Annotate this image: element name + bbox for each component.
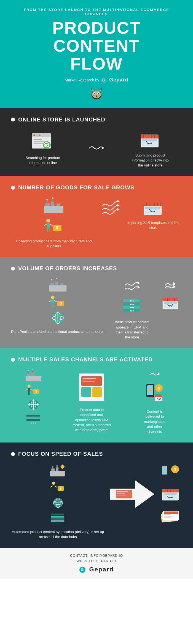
svg-rect-89: [54, 287, 56, 288]
section2-flow: $ Collecting product data from manufactu…: [11, 197, 182, 249]
mobile-marketplace-icon: $ $: [145, 383, 164, 405]
svg-text:$: $: [163, 468, 166, 472]
svg-point-53: [52, 197, 53, 199]
svg-rect-90: [60, 287, 62, 288]
svg-rect-24: [34, 139, 42, 140]
arrows-right-icon: [164, 278, 178, 292]
svg-text:$: $: [35, 390, 37, 393]
svg-point-16: [93, 96, 93, 96]
supplier-icon: $: [43, 217, 65, 234]
store-icon: [138, 129, 163, 150]
svg-marker-115: [173, 285, 176, 288]
section-speed-sales: FOCUS ON SPEED OF SALES: [0, 442, 193, 548]
channels2-icon: [160, 484, 182, 502]
svg-rect-56: [57, 207, 59, 209]
section5-left-text: Automated product content syndication (d…: [11, 529, 105, 539]
section4-left: $ ▲▲▲: [25, 369, 42, 427]
section-orders-increase: VOLUME OF ORDERS INCREASES: [0, 257, 193, 348]
section3-left-text: Data Pools are added as additional produ…: [11, 329, 104, 334]
svg-point-3: [92, 91, 101, 98]
section1-dot: [11, 118, 15, 121]
svg-rect-179: [56, 465, 57, 468]
svg-rect-48: [51, 202, 54, 206]
section3-center: ▶▶▶ ▶▶▶ ▶▶▶ ▶▶▶ Basic product content ap…: [107, 278, 157, 340]
svg-point-13: [98, 93, 99, 94]
svg-rect-177: [56, 467, 58, 471]
section5-left: $ ▲▲ Automated product content syndicati…: [11, 464, 105, 539]
section2-left-text: Collecting product data from manufacture…: [11, 239, 96, 249]
svg-text:$: $: [60, 301, 61, 306]
svg-rect-77: [145, 207, 160, 209]
header: FROM THE STORE LAUNCH TO THE MULTINATION…: [0, 0, 193, 108]
svg-rect-125: [164, 302, 177, 304]
svg-rect-135: [27, 377, 29, 378]
svg-point-15: [93, 95, 94, 96]
svg-point-12: [95, 93, 95, 94]
wavy-arrow4: [149, 369, 160, 380]
svg-rect-180: [52, 472, 53, 473]
svg-rect-159: [82, 380, 93, 380]
svg-rect-203: [117, 495, 126, 495]
svg-rect-195: [51, 516, 64, 518]
svg-rect-84: [51, 280, 52, 283]
pim-system-icon: [74, 369, 109, 405]
svg-text:$: $: [60, 487, 62, 490]
svg-point-91: [51, 296, 55, 299]
section4-center: Product data is enhanced and optimized i…: [72, 369, 111, 433]
store-submit-text: Submitting product information directly …: [130, 153, 171, 168]
svg-rect-158: [82, 378, 96, 379]
section2-right: Importing XLS templates into the store: [125, 197, 182, 230]
section4-right: $ $ Content is delivered to marketplaces…: [141, 369, 168, 434]
multi-arrow-icon: [101, 197, 120, 219]
svg-line-93: [49, 301, 51, 302]
svg-text:$: $: [158, 386, 160, 390]
svg-rect-58: [47, 223, 50, 228]
browser-search-icon: [30, 132, 55, 153]
hand-distribution-icon: [108, 464, 157, 524]
section3-flow: $ Data Pools are added as additional pro…: [11, 278, 182, 340]
svg-rect-217: [163, 493, 177, 495]
svg-point-52: [46, 199, 48, 200]
svg-rect-83: [60, 283, 63, 285]
section3-left: $ Data Pools are added as additional pro…: [11, 278, 104, 334]
supplier3-icon: $: [25, 383, 42, 396]
search-online-text: Searching for product information online: [22, 155, 63, 165]
svg-rect-157: [92, 387, 102, 397]
svg-line-94: [54, 301, 56, 302]
svg-rect-149: [26, 415, 40, 417]
section4-right-text: Content is delivered to marketplaces and…: [141, 409, 168, 434]
footer: CONTACT: INFO@GEPARD.IO WEBSITE: GEPARD.…: [0, 548, 193, 579]
svg-rect-178: [52, 466, 53, 469]
store2-icon: [160, 294, 182, 312]
svg-rect-194: [51, 514, 64, 516]
cheetah-icon: [88, 86, 105, 103]
svg-text:$: $: [149, 387, 152, 393]
svg-point-14: [96, 95, 97, 96]
svg-rect-130: [31, 372, 34, 376]
svg-point-136: [28, 385, 31, 388]
svg-line-184: [55, 486, 57, 487]
svg-point-181: [52, 482, 55, 485]
svg-point-170: [61, 465, 64, 468]
footer-contact: CONTACT: INFO@GEPARD.IO: [6, 554, 187, 558]
svg-rect-150: [26, 417, 40, 419]
svg-text:$: $: [174, 468, 176, 471]
svg-point-21: [33, 134, 35, 136]
section2-arrows: [101, 197, 120, 219]
svg-rect-26: [34, 143, 43, 144]
footer-logo: G Gepard: [6, 566, 187, 573]
section1-flow: Searching for product information online: [11, 129, 182, 168]
gepard-logo: G Gepard: [101, 77, 128, 83]
svg-rect-151: [26, 419, 40, 421]
svg-rect-25: [34, 141, 46, 142]
factory-icon: [43, 197, 65, 214]
header-byline: Market Research by G Gepard: [17, 77, 176, 83]
svg-rect-55: [50, 207, 52, 209]
svg-rect-30: [45, 144, 48, 145]
section4-title: MULTIPLE SALES CHANNELS ARE ACTIVATED: [11, 356, 182, 363]
globe2-icon: [25, 397, 42, 411]
svg-rect-182: [52, 485, 55, 489]
section5-flow: $ ▲▲ Automated product content syndicati…: [11, 464, 182, 539]
section4-flow: $ ▲▲▲: [11, 369, 182, 434]
svg-text:G: G: [102, 78, 106, 82]
